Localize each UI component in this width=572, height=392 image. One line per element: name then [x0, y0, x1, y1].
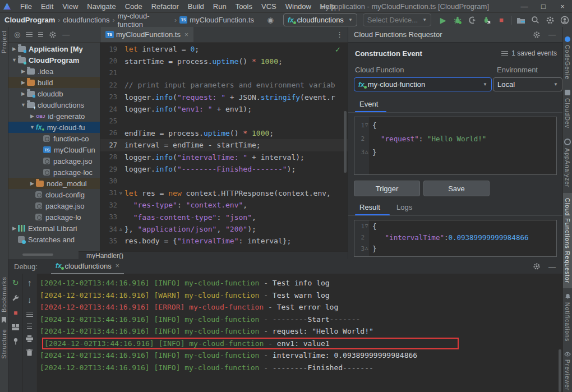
tree-item-package-lock2[interactable]: package-lo — [8, 211, 100, 223]
menu-refactor[interactable]: Refactor — [147, 2, 183, 11]
result-json-viewer[interactable]: 1 2 3 ▽ △ { "intervalTime":0.09389999999… — [354, 220, 557, 257]
save-button[interactable]: Save — [423, 181, 490, 196]
chevron-down-icon[interactable]: ▼ — [20, 102, 27, 108]
menu-view[interactable]: View — [58, 2, 82, 11]
fold-marker-icon[interactable]: △ — [365, 246, 368, 251]
menu-run[interactable]: Run — [209, 2, 231, 11]
editor-options-kebab-icon[interactable]: ⋮ — [336, 30, 343, 39]
scroll-to-end-icon[interactable] — [26, 312, 33, 317]
tab-result[interactable]: Result — [359, 203, 380, 211]
up-stack-icon[interactable]: ↑ — [27, 278, 32, 288]
tree-item-cloud-config[interactable]: cloud-config — [8, 189, 100, 200]
hide-panel-icon[interactable]: — — [548, 262, 556, 271]
expand-all-icon[interactable] — [26, 30, 33, 39]
tool-window-cloud-functions-requestor[interactable]: Cloud Functions Requestor — [563, 193, 572, 288]
event-json-editor[interactable]: 1 2 3 ▽ △ { "request": "Hello World!" } — [354, 117, 557, 175]
chevron-down-icon[interactable]: ▼ — [11, 57, 18, 63]
clear-trash-icon[interactable] — [26, 349, 33, 356]
fold-marker-icon[interactable]: ▽ — [365, 123, 368, 127]
tree-item-application[interactable]: ▶ Application [My — [8, 43, 100, 54]
tool-window-previewer[interactable]: Previewer — [563, 347, 572, 392]
select-opened-file-icon[interactable]: ◎ — [14, 30, 20, 39]
debug-console-log[interactable]: [2024-12-02T13:44:16.916] [INFO] my-clou… — [36, 274, 562, 392]
tree-item-function-config[interactable]: function-co — [8, 133, 100, 144]
collapse-all-icon[interactable] — [38, 30, 43, 39]
search-everywhere-icon[interactable] — [528, 16, 543, 24]
tree-item-node-modules[interactable]: ▶ node_modul — [8, 178, 100, 189]
fold-marker-icon[interactable]: △ — [117, 227, 124, 232]
tool-window-bookmarks[interactable]: Bookmarks — [1, 276, 7, 312]
tool-window-clouddev[interactable]: CloudDev — [563, 85, 572, 133]
tree-item-package-json[interactable]: package.jso — [8, 155, 100, 167]
saved-events[interactable]: 1 saved events — [501, 49, 557, 57]
menu-code[interactable]: Code — [121, 2, 147, 11]
settings-gear-icon[interactable] — [543, 16, 557, 25]
run-configuration-select[interactable]: fx cloudfunctions ▼ — [283, 13, 357, 26]
tab-mycloudfunction[interactable]: TS myCloudFunction.ts × — [100, 27, 193, 42]
tool-window-structure[interactable]: Structure — [1, 329, 7, 359]
breadcrumb-project[interactable]: CloudProgram — [4, 16, 55, 24]
tree-item-package-lock[interactable]: package-loc — [8, 167, 100, 178]
stop-button[interactable]: ■ — [494, 16, 509, 24]
debug-button[interactable] — [450, 16, 465, 25]
tree-item-clouddb[interactable]: ▶ clouddb — [8, 88, 100, 99]
menu-navigate[interactable]: Navigate — [82, 2, 120, 11]
device-select[interactable]: Select Device... ▼ — [363, 13, 431, 26]
chevron-right-icon[interactable]: ▶ — [29, 113, 36, 119]
breadcrumb-cloudfunctions[interactable]: cloudfunctions — [63, 16, 109, 24]
print-icon[interactable] — [26, 335, 33, 342]
close-tab-icon[interactable]: × — [116, 262, 119, 270]
trigger-button[interactable]: Trigger — [354, 181, 420, 196]
rerun-icon[interactable]: ↻ — [12, 278, 19, 287]
tab-logs[interactable]: Logs — [396, 203, 412, 211]
tree-item-external-libraries[interactable]: ▶ External Librari — [8, 223, 100, 234]
device-manager-icon[interactable] — [514, 16, 528, 24]
horizontal-scrollbar[interactable] — [22, 253, 53, 256]
code-area[interactable]: 19let interval = 0; 20startTime = proces… — [100, 43, 348, 247]
debug-tab-cloudfunctions[interactable]: fx cloudfunctions × — [51, 259, 124, 274]
stop-icon[interactable]: ■ — [13, 309, 17, 317]
debug-settings-gear-icon[interactable] — [533, 262, 541, 270]
editor-scrollbar[interactable] — [344, 111, 347, 173]
tree-item-cloudprogram[interactable]: ▼ CloudProgram — [8, 54, 100, 66]
menu-tools[interactable]: Tools — [231, 2, 257, 11]
tree-item-idea[interactable]: ▶ .idea — [8, 66, 100, 77]
breadcrumb-function[interactable]: my-cloud-function — [117, 12, 172, 29]
menu-file[interactable]: File — [16, 2, 36, 11]
wrench-icon[interactable] — [12, 294, 19, 302]
tool-window-project[interactable]: Project — [1, 30, 7, 53]
fold-marker-icon[interactable]: ▽ — [365, 224, 368, 228]
breadcrumb-file[interactable]: myCloudFunction.ts — [190, 16, 254, 24]
menu-vcs[interactable]: VCS — [257, 2, 281, 11]
tree-item-package-json2[interactable]: package.jso — [8, 200, 100, 211]
chevron-right-icon[interactable]: ▶ — [20, 80, 27, 85]
debug-scrollbar[interactable] — [559, 349, 561, 392]
tree-item-my-cloud-function[interactable]: ▼ fx my-cloud-fu — [8, 122, 100, 133]
environment-select[interactable]: Local ▼ — [493, 77, 562, 91]
run-button[interactable]: ▶ — [436, 16, 450, 25]
down-stack-icon[interactable]: ↓ — [27, 295, 32, 305]
chevron-right-icon[interactable]: ▶ — [29, 181, 36, 186]
locate-target-icon[interactable]: ◉ — [263, 16, 278, 24]
tree-item-scratches[interactable]: Scratches and — [8, 234, 100, 245]
chevron-right-icon[interactable]: ▶ — [20, 91, 27, 96]
tree-item-build[interactable]: ▶ build — [8, 77, 100, 88]
chevron-right-icon[interactable]: ▶ — [11, 225, 18, 231]
chevron-right-icon[interactable]: ▶ — [11, 46, 18, 52]
tree-item-mycloudfunction[interactable]: TS myCloudFun — [8, 144, 100, 155]
fold-marker-icon[interactable]: △ — [365, 150, 368, 154]
restore-layout-icon[interactable] — [12, 324, 19, 330]
profile-avatar-icon[interactable] — [557, 16, 572, 25]
bookmark-icon[interactable] — [1, 317, 7, 323]
tool-window-notifications[interactable]: Notifications — [563, 288, 572, 347]
maximize-button[interactable]: □ — [534, 2, 553, 11]
close-button[interactable]: × — [553, 2, 572, 11]
hide-panel-icon[interactable]: — — [62, 30, 70, 39]
minimize-button[interactable]: — — [515, 2, 534, 11]
soft-wrap-icon[interactable] — [27, 324, 32, 329]
tree-item-id-generator[interactable]: ▶ OBJ id-generato — [8, 110, 100, 122]
chevron-down-icon[interactable]: ▼ — [29, 124, 36, 130]
project-settings-gear-icon[interactable] — [49, 31, 57, 39]
menu-edit[interactable]: Edit — [36, 2, 58, 11]
cloud-function-select[interactable]: fx my-cloud-function ▼ — [354, 77, 492, 91]
